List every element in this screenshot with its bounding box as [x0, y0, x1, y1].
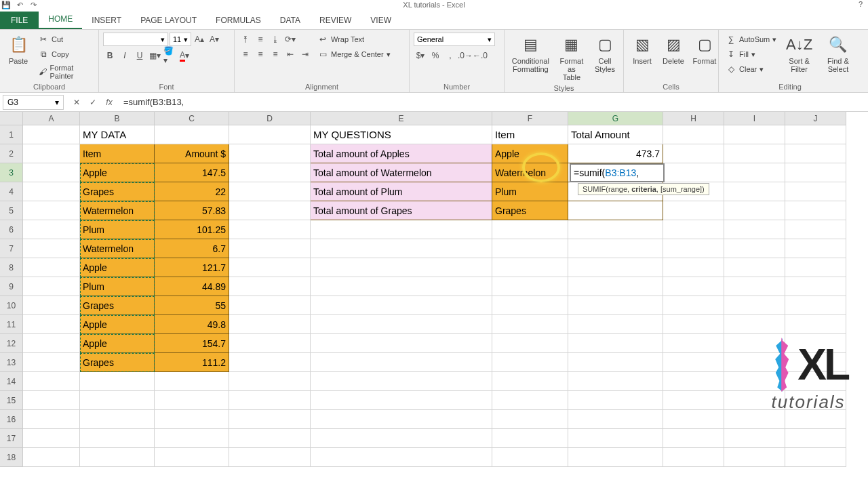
cell[interactable] — [663, 144, 724, 163]
redo-icon[interactable]: ↷ — [28, 0, 38, 9]
cell[interactable] — [229, 429, 311, 448]
cell[interactable] — [155, 125, 229, 144]
cell[interactable]: Plum — [80, 277, 155, 296]
cell[interactable] — [80, 410, 155, 429]
cell[interactable] — [492, 410, 568, 429]
cell[interactable] — [663, 258, 724, 277]
cell[interactable]: Apple — [80, 258, 155, 277]
cell[interactable] — [568, 277, 663, 296]
font-color-button[interactable]: A▾ — [178, 49, 191, 62]
cell[interactable] — [785, 182, 846, 201]
cell[interactable]: Watermelon — [80, 201, 155, 220]
cell[interactable]: 121.7 — [155, 258, 229, 277]
cell[interactable] — [311, 239, 492, 258]
align-bottom-icon[interactable]: ⭳ — [269, 33, 282, 46]
increase-font-icon[interactable]: A▴ — [193, 33, 206, 46]
tab-formulas[interactable]: FORMULAS — [206, 12, 271, 29]
cell[interactable] — [492, 220, 568, 239]
cell[interactable] — [568, 296, 663, 315]
col-header[interactable]: G — [568, 112, 663, 125]
cell[interactable] — [663, 391, 724, 410]
fill-button[interactable]: ↧Fill▾ — [723, 47, 779, 61]
cell[interactable]: Item — [80, 144, 155, 163]
cell[interactable] — [492, 258, 568, 277]
cell[interactable] — [229, 125, 311, 144]
col-header[interactable]: C — [155, 112, 229, 125]
cell[interactable] — [724, 125, 785, 144]
align-right-icon[interactable]: ≡ — [269, 47, 282, 61]
cell[interactable]: MY QUESTIONS — [311, 125, 492, 144]
cell[interactable] — [23, 220, 80, 239]
cell[interactable] — [724, 448, 785, 467]
cell[interactable]: Total amount of Watermelon — [311, 163, 492, 182]
cell[interactable] — [785, 144, 846, 163]
cell[interactable] — [663, 315, 724, 334]
help-icon[interactable]: ? — [859, 0, 863, 8]
cell[interactable] — [229, 239, 311, 258]
cell[interactable] — [492, 353, 568, 372]
cell[interactable] — [663, 448, 724, 467]
cell[interactable] — [568, 239, 663, 258]
row-header[interactable]: 3 — [0, 163, 23, 182]
cell[interactable] — [155, 391, 229, 410]
cell[interactable]: Amount $ — [155, 144, 229, 163]
cell[interactable]: Watermelon — [80, 239, 155, 258]
orientation-icon[interactable]: ⟳▾ — [283, 33, 297, 46]
cell[interactable] — [229, 144, 311, 163]
enter-formula-icon[interactable]: ✓ — [87, 96, 99, 108]
cell[interactable] — [724, 410, 785, 429]
cut-button[interactable]: ✂Cut — [35, 33, 94, 46]
cell[interactable] — [23, 315, 80, 334]
cell[interactable] — [663, 163, 724, 182]
cell[interactable] — [724, 163, 785, 182]
align-top-icon[interactable]: ⭱ — [239, 33, 252, 46]
cell[interactable]: Apple — [80, 334, 155, 353]
italic-button[interactable]: I — [118, 49, 132, 62]
cell-edit-overlay[interactable]: =sumif(B3:B13, — [570, 163, 665, 182]
cell[interactable] — [785, 258, 846, 277]
cell[interactable] — [724, 182, 785, 201]
cell[interactable] — [568, 410, 663, 429]
tab-data[interactable]: DATA — [271, 12, 310, 29]
save-icon[interactable]: 💾 — [1, 0, 11, 9]
cell[interactable]: Total amount of Apples — [311, 144, 492, 163]
merge-center-button[interactable]: ▭Merge & Center▾ — [315, 47, 393, 61]
cell[interactable]: 44.89 — [155, 277, 229, 296]
cell[interactable] — [724, 277, 785, 296]
cell[interactable] — [785, 201, 846, 220]
cell[interactable] — [311, 391, 492, 410]
cell[interactable] — [568, 220, 663, 239]
decrease-decimal-icon[interactable]: ←.0 — [473, 49, 487, 62]
row-header[interactable]: 9 — [0, 277, 23, 296]
cell[interactable] — [724, 239, 785, 258]
cell[interactable] — [229, 334, 311, 353]
cell[interactable] — [311, 372, 492, 391]
col-header[interactable]: B — [80, 112, 155, 125]
cell[interactable] — [568, 334, 663, 353]
font-name-combo[interactable]: ▾ — [103, 33, 168, 46]
cell[interactable] — [785, 410, 846, 429]
cell[interactable] — [492, 315, 568, 334]
align-left-icon[interactable]: ≡ — [239, 47, 252, 61]
underline-button[interactable]: U — [133, 49, 146, 62]
row-header[interactable]: 5 — [0, 201, 23, 220]
cell[interactable] — [229, 410, 311, 429]
row-header[interactable]: 18 — [0, 448, 23, 467]
cell[interactable] — [568, 391, 663, 410]
row-header[interactable]: 2 — [0, 144, 23, 163]
tab-page-layout[interactable]: PAGE LAYOUT — [131, 12, 206, 29]
cell[interactable] — [229, 182, 311, 201]
font-size-combo[interactable]: 11▾ — [170, 33, 191, 46]
cell[interactable] — [311, 353, 492, 372]
cell[interactable] — [492, 334, 568, 353]
col-header[interactable]: H — [663, 112, 724, 125]
cell[interactable]: MY DATA — [80, 125, 155, 144]
insert-cell-button[interactable]: ▧Insert — [628, 33, 656, 66]
cell[interactable]: Plum — [80, 220, 155, 239]
cell[interactable] — [568, 201, 663, 220]
col-header[interactable]: I — [724, 112, 785, 125]
find-select-button[interactable]: 🔍Find & Select — [819, 33, 857, 75]
cell[interactable] — [23, 182, 80, 201]
col-header[interactable]: D — [229, 112, 311, 125]
cell[interactable]: 473.7 — [568, 144, 663, 163]
